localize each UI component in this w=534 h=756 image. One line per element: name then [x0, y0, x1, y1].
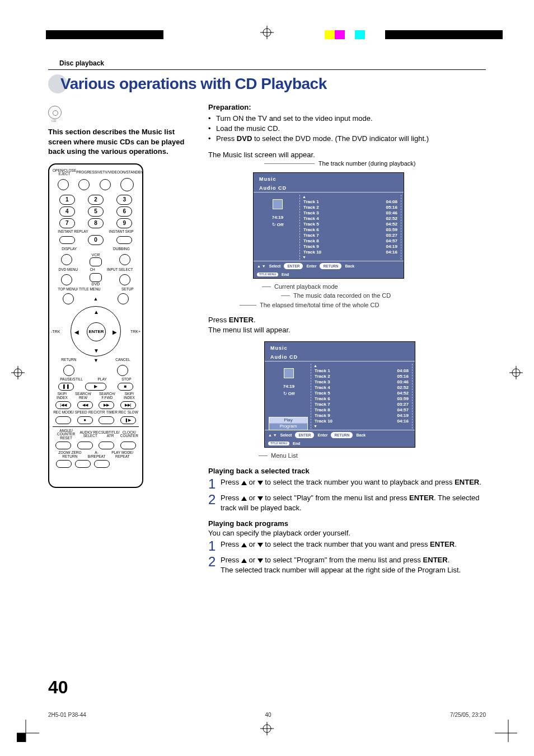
label: STOP [121, 378, 132, 382]
hint: RETURN [320, 263, 341, 269]
timerrec-button [99, 416, 114, 424]
play-button: ▶ [85, 383, 106, 391]
num-8: 8 [88, 218, 104, 228]
label: TIMER REC [106, 411, 127, 415]
hint: End [282, 273, 289, 276]
angle-button [55, 442, 71, 449]
num-4: 4 [59, 206, 75, 217]
skip-fwd-button: ▶▶| [120, 401, 136, 409]
down-icon [257, 496, 263, 501]
cd-icon-label: CD [51, 119, 57, 123]
label: RETURN [61, 358, 76, 362]
nav-ring: ▲ ▼ ◀ ▶ ENTER [71, 306, 121, 356]
label: ANGLE/ COUNTER RESET [53, 429, 79, 440]
reg-bar-right [325, 30, 503, 39]
rew-button: ◀◀ [77, 401, 93, 409]
page-title: Various operations with CD Playback [60, 75, 327, 93]
step-number: 1 [208, 539, 221, 553]
stop-button: ■ [118, 383, 133, 391]
step-number: 2 [208, 555, 221, 575]
footer: 2H5-01 P38-44 40 7/25/05, 23:20 [48, 712, 486, 718]
footer-right: 7/25/05, 23:20 [450, 712, 486, 718]
osd-track-table: Track 104:08 Track 205:16 Track 303:46 T… [302, 199, 399, 255]
osd-track-table: Track 104:08 Track 205:16 Track 303:46 T… [313, 368, 410, 424]
label: ZOOM/ ZERO RETURN [53, 451, 87, 458]
label: INSTANT REPLAY [58, 230, 88, 234]
dubbing-button [119, 254, 130, 265]
label: A-B/REPEAT [87, 451, 106, 458]
num-9: 9 [116, 218, 132, 228]
step-number: 2 [208, 493, 221, 513]
audio-button [77, 442, 93, 449]
stop-icon [284, 368, 294, 378]
subheading: Playing back a selected track [208, 467, 488, 475]
menu-item: Play [269, 417, 307, 423]
label: TOP MENU/ TITLE MENU [58, 288, 100, 292]
pause-button: ❚❚ [58, 383, 74, 391]
cd-icon: CD [48, 106, 62, 119]
hint: Enter [306, 264, 316, 268]
label: OPEN/CLOSE EJECT [53, 169, 76, 176]
hint: Back [356, 433, 366, 437]
osd-title: Music [270, 345, 409, 351]
progressive-button [78, 179, 90, 190]
up-icon [241, 496, 247, 501]
repeat-icon: ↻ [283, 391, 287, 396]
osd-mode: Off [277, 222, 284, 227]
eject-button [58, 179, 69, 190]
return-button [63, 365, 74, 376]
label: TRK+ [130, 330, 140, 334]
slow-button: ❚▶ [120, 416, 136, 424]
label: SUBTITLE/ ATR [101, 431, 120, 438]
vcr-up [90, 257, 102, 266]
crosshair-icon [260, 722, 274, 735]
page-number: 40 [48, 677, 68, 698]
dvd-down [90, 273, 102, 282]
label: DISPLAY [62, 247, 77, 251]
display-button [61, 254, 72, 265]
hint: ENTER [295, 432, 314, 438]
step-text: Press or to select "Program" from the me… [221, 555, 488, 575]
subtitle-button [99, 442, 114, 449]
instant-skip-button [116, 236, 132, 244]
osd-subtitle: Audio CD [270, 354, 409, 360]
label: TV/VIDEO [103, 171, 120, 175]
subheading: Playing back programs [208, 519, 488, 528]
num-6: 6 [116, 206, 132, 217]
enter-button: ENTER [87, 322, 106, 341]
stop-icon [273, 199, 283, 209]
label: CANCEL [115, 358, 130, 362]
hint: TITLE MENU [257, 273, 278, 276]
skip-back-button: |◀◀ [55, 401, 71, 409]
label: CH [90, 268, 95, 272]
osd-menu-popup: Play Program [269, 417, 308, 430]
num-5: 5 [88, 206, 104, 217]
label: SKIP/ INDEX [53, 392, 72, 400]
num-0: 0 [88, 235, 104, 245]
menu-item: Program [269, 423, 307, 429]
down-icon [257, 481, 263, 485]
step-text: Press or to select "Play" from the menu … [221, 493, 488, 513]
prep-bullet: Load the music CD. [216, 124, 280, 134]
ffwd-button: ▶▶ [99, 401, 114, 409]
tvvideo-button [100, 179, 111, 190]
osd-music-list: Music Audio CD 74:19 ↻ Off ▲ Track 104:0… [253, 172, 404, 279]
osd-mode: Off [288, 391, 295, 396]
abrepeat-button [75, 460, 91, 468]
footer-center: 40 [265, 712, 271, 718]
remote-diagram: OPEN/CLOSE EJECT PROGRESSIVE TV/VIDEO ON… [48, 163, 143, 488]
label: DUBBING [113, 247, 130, 251]
osd-menu-list: Music Audio CD 74:19 ↻ Off Play Program … [264, 341, 415, 448]
input-button [119, 274, 130, 285]
paragraph: The Music list screen will appear. [208, 150, 488, 160]
hint: Back [345, 264, 354, 268]
hint: Select [269, 264, 281, 268]
crosshair-icon [260, 26, 274, 39]
dvdmenu-button [61, 274, 72, 285]
label: ON/STANDBY [120, 171, 143, 175]
crosshair-icon [509, 366, 523, 379]
recmode-button [55, 416, 71, 424]
label: SKIP/ INDEX [120, 392, 139, 400]
label: SEARCH/ F.FWD [95, 392, 120, 400]
label: SEARCH/ REW [72, 392, 95, 400]
